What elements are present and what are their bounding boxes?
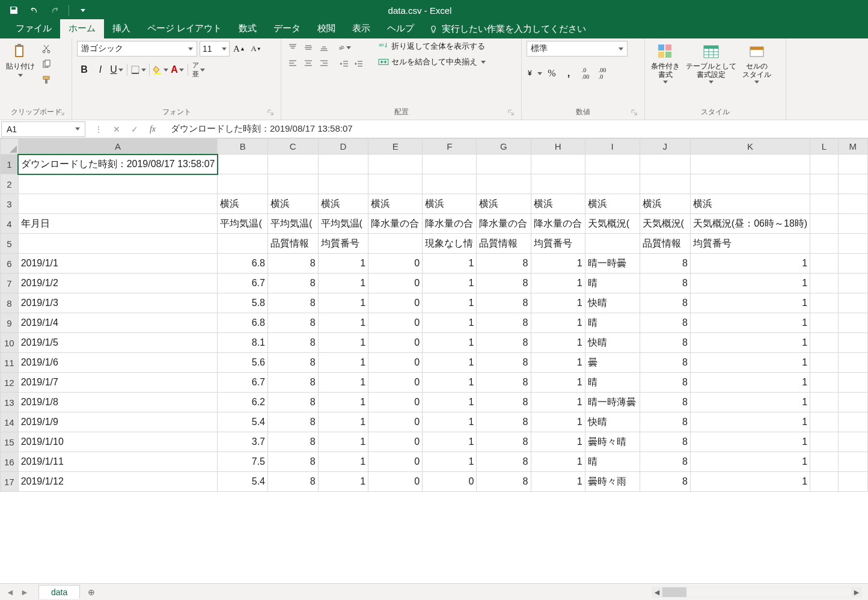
col-header-D[interactable]: D xyxy=(318,139,368,155)
cell-E12[interactable]: 0 xyxy=(368,373,423,393)
cell-L9[interactable] xyxy=(810,313,839,333)
cell-H10[interactable]: 1 xyxy=(531,333,585,353)
cell-K4[interactable]: 天気概況(昼：06時～18時) xyxy=(690,214,810,234)
cell-D6[interactable]: 1 xyxy=(318,254,368,274)
cell-K14[interactable]: 1 xyxy=(690,412,810,432)
cell-F15[interactable]: 1 xyxy=(423,432,477,452)
cell-M16[interactable] xyxy=(838,452,867,472)
cell-I6[interactable]: 晴一時曇 xyxy=(585,254,640,274)
cell-A16[interactable]: 2019/1/11 xyxy=(18,452,218,472)
alignment-dialog-launcher-icon[interactable] xyxy=(507,109,515,117)
cell-I9[interactable]: 晴 xyxy=(585,313,640,333)
cell-D8[interactable]: 1 xyxy=(318,293,368,313)
cell-L17[interactable] xyxy=(810,472,839,492)
cell-B16[interactable]: 7.5 xyxy=(218,452,268,472)
cell-F10[interactable]: 1 xyxy=(423,333,477,353)
cell-F11[interactable]: 1 xyxy=(423,353,477,373)
cell-I1[interactable] xyxy=(585,155,640,174)
cell-I3[interactable]: 横浜 xyxy=(585,194,640,214)
cell-G17[interactable]: 8 xyxy=(477,472,531,492)
cell-F12[interactable]: 1 xyxy=(423,373,477,393)
cell-D17[interactable]: 1 xyxy=(318,472,368,492)
bold-button[interactable]: B xyxy=(77,63,91,77)
cell-B12[interactable]: 6.7 xyxy=(218,373,268,393)
cell-K7[interactable]: 1 xyxy=(690,274,810,293)
cell-E8[interactable]: 0 xyxy=(368,293,423,313)
scroll-thumb[interactable] xyxy=(662,587,686,597)
cell-C9[interactable]: 8 xyxy=(267,313,318,333)
cell-F16[interactable]: 1 xyxy=(423,452,477,472)
format-as-table-button[interactable]: テーブルとして 書式設定 xyxy=(685,41,738,85)
decrease-indent-icon[interactable] xyxy=(338,58,351,71)
cell-H15[interactable]: 1 xyxy=(531,432,585,452)
cell-D5[interactable]: 均質番号 xyxy=(318,234,368,254)
select-all-corner[interactable] xyxy=(1,139,19,155)
row-header-3[interactable]: 3 xyxy=(1,194,19,214)
row-header-10[interactable]: 10 xyxy=(1,333,19,353)
cell-D16[interactable]: 1 xyxy=(318,452,368,472)
increase-indent-icon[interactable] xyxy=(352,58,365,71)
cut-icon[interactable] xyxy=(40,42,53,55)
cell-E10[interactable]: 0 xyxy=(368,333,423,353)
cell-A5[interactable] xyxy=(18,234,218,254)
cell-M4[interactable] xyxy=(838,214,867,234)
cell-styles-button[interactable]: セルの スタイル xyxy=(741,41,772,85)
cell-K17[interactable]: 1 xyxy=(690,472,810,492)
cell-H8[interactable]: 1 xyxy=(531,293,585,313)
cell-B10[interactable]: 8.1 xyxy=(218,333,268,353)
cell-A4[interactable]: 年月日 xyxy=(18,214,218,234)
cell-K13[interactable]: 1 xyxy=(690,393,810,412)
cell-L8[interactable] xyxy=(810,293,839,313)
cell-F3[interactable]: 横浜 xyxy=(423,194,477,214)
cell-J6[interactable]: 8 xyxy=(640,254,690,274)
fx-icon[interactable]: fx xyxy=(144,121,161,137)
cell-B1[interactable] xyxy=(218,155,268,174)
cell-E4[interactable]: 降水量の合 xyxy=(368,214,423,234)
row-header-8[interactable]: 8 xyxy=(1,293,19,313)
cell-E1[interactable] xyxy=(368,155,423,174)
font-dialog-launcher-icon[interactable] xyxy=(266,109,275,117)
cell-F9[interactable]: 1 xyxy=(423,313,477,333)
cell-K9[interactable]: 1 xyxy=(690,313,810,333)
horizontal-scrollbar[interactable]: ◄ ► xyxy=(652,587,862,598)
cell-K2[interactable] xyxy=(690,174,810,194)
cell-A9[interactable]: 2019/1/4 xyxy=(18,313,218,333)
enter-icon[interactable]: ✓ xyxy=(126,121,143,137)
cell-M2[interactable] xyxy=(838,174,867,194)
cell-H12[interactable]: 1 xyxy=(531,373,585,393)
cell-C6[interactable]: 8 xyxy=(267,254,318,274)
font-color-button[interactable]: A xyxy=(170,63,185,77)
fill-color-button[interactable] xyxy=(153,63,168,77)
cell-M7[interactable] xyxy=(838,274,867,293)
cell-C11[interactable]: 8 xyxy=(267,353,318,373)
cell-F8[interactable]: 1 xyxy=(423,293,477,313)
new-sheet-icon[interactable]: ⊕ xyxy=(85,586,98,599)
redo-icon[interactable] xyxy=(46,2,64,18)
cell-C1[interactable] xyxy=(267,155,318,174)
cell-G9[interactable]: 8 xyxy=(477,313,531,333)
formula-input[interactable]: ダウンロードした時刻：2019/08/17 13:58:07 xyxy=(165,123,868,135)
cell-E7[interactable]: 0 xyxy=(368,274,423,293)
name-box[interactable]: A1 xyxy=(1,121,85,137)
align-top-icon[interactable] xyxy=(286,41,299,54)
col-header-H[interactable]: H xyxy=(531,139,585,155)
undo-icon[interactable] xyxy=(25,2,43,18)
row-header-11[interactable]: 11 xyxy=(1,353,19,373)
sheet-nav-next-icon[interactable]: ► xyxy=(18,586,31,599)
cell-G7[interactable]: 8 xyxy=(477,274,531,293)
cell-A1[interactable]: ダウンロードした時刻：2019/08/17 13:58:07 xyxy=(18,155,218,174)
col-header-F[interactable]: F xyxy=(423,139,477,155)
scroll-left-icon[interactable]: ◄ xyxy=(652,587,662,598)
cell-I5[interactable] xyxy=(585,234,640,254)
row-header-2[interactable]: 2 xyxy=(1,174,19,194)
cell-K15[interactable]: 1 xyxy=(690,432,810,452)
row-header-9[interactable]: 9 xyxy=(1,313,19,333)
conditional-formatting-button[interactable]: 条件付き 書式 xyxy=(650,41,681,85)
cell-M6[interactable] xyxy=(838,254,867,274)
cell-K8[interactable]: 1 xyxy=(690,293,810,313)
cell-H14[interactable]: 1 xyxy=(531,412,585,432)
cell-F5[interactable]: 現象なし情 xyxy=(423,234,477,254)
cell-J13[interactable]: 8 xyxy=(640,393,690,412)
cell-C7[interactable]: 8 xyxy=(267,274,318,293)
cell-E17[interactable]: 0 xyxy=(368,472,423,492)
